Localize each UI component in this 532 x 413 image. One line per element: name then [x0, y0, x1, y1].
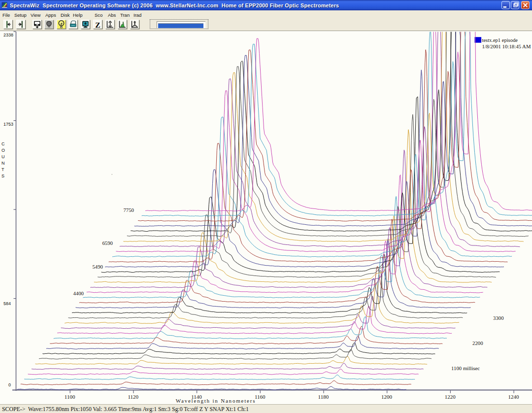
svg-text:C: C [1, 141, 5, 146]
svg-text:Z: Z [95, 20, 100, 29]
svg-text:1160: 1160 [255, 394, 266, 400]
svg-text:S: S [1, 173, 4, 178]
svg-text:3300: 3300 [493, 315, 504, 321]
svg-text:U: U [1, 154, 5, 159]
svg-text:4400: 4400 [73, 290, 84, 296]
svg-text:2338: 2338 [3, 33, 13, 37]
svg-text:1100: 1100 [65, 394, 75, 400]
svg-text:1100 millisec: 1100 millisec [451, 365, 480, 371]
svg-text:testx.ep1 episode: testx.ep1 episode [482, 37, 518, 43]
svg-text:2200: 2200 [472, 340, 483, 346]
svg-text:T: T [1, 167, 4, 172]
svg-text:N: N [1, 161, 5, 166]
svg-text:1753: 1753 [3, 122, 13, 127]
svg-text:584: 584 [3, 301, 11, 306]
svg-text:1180: 1180 [318, 394, 329, 400]
svg-text:1240: 1240 [508, 394, 520, 400]
svg-text:1/8/2001 10:18:45 AM: 1/8/2001 10:18:45 AM [482, 43, 531, 49]
svg-text:6590: 6590 [102, 240, 113, 246]
svg-text:7750: 7750 [123, 207, 134, 213]
svg-text:O: O [1, 148, 5, 153]
svg-text:0: 0 [8, 382, 11, 387]
svg-text:Wavelength in Nanometers: Wavelength in Nanometers [176, 398, 256, 404]
svg-text:1120: 1120 [128, 394, 139, 400]
svg-text:1200: 1200 [381, 394, 393, 400]
svg-text:5490: 5490 [92, 264, 103, 270]
svg-text:1220: 1220 [445, 394, 456, 400]
